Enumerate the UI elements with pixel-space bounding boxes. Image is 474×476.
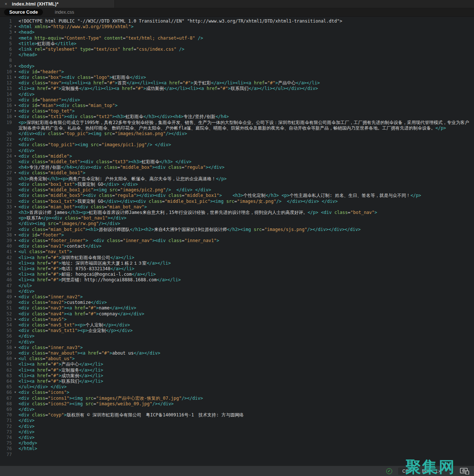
cursor-position[interactable]: 1:4 <box>435 469 441 474</box>
code-line[interactable]: 4<meta http-equiv="Content-Type" content… <box>0 36 474 41</box>
code-line[interactable]: 37<div class="mian_bot_pic"><h1>原创设计师团队<… <box>0 227 474 232</box>
insert-mode-toggle[interactable]: INS <box>422 469 429 474</box>
code-line[interactable]: 61<li><a href="#">产品中心</a></li> <box>0 362 474 367</box>
code-line[interactable]: 30<div class="middle_box1_pic"><img src=… <box>0 187 474 193</box>
fold-arrow-icon[interactable]: ▼ <box>12 64 19 69</box>
fold-arrow-icon[interactable]: ▼ <box>12 170 19 176</box>
fold-arrow-icon[interactable]: ▼ <box>12 103 19 108</box>
code-line[interactable]: 14</div> <box>0 92 474 97</box>
fold-arrow-icon[interactable]: ▼ <box>12 69 19 75</box>
code-line[interactable]: 75</body> <box>0 440 474 446</box>
code-line[interactable]: 71</div> <box>0 418 474 423</box>
code-line[interactable]: 34<h3>首席设计师 james</h3><p>虹彩雨伞首席设计师James来… <box>0 210 474 215</box>
fold-arrow-icon[interactable]: ▼ <box>12 249 19 255</box>
fold-arrow-icon[interactable]: ▼ <box>12 390 19 395</box>
code-line[interactable]: 43<li><a href="#">地址: 深圳市福田区南天大厦１栋２１３室</… <box>0 261 474 266</box>
fold-arrow-icon[interactable]: ▼ <box>12 114 19 120</box>
code-line[interactable]: 64<li><a href="#">联系我们</a></li> <box>0 379 474 384</box>
code-line[interactable]: 69</div> <box>0 407 474 412</box>
code-line[interactable]: 42<li><a href="#">深圳市虹彩雨伞有限公司</a></li> <box>0 255 474 261</box>
code-line[interactable]: 50<div class="nav2">customize</div> <box>0 300 474 305</box>
code-line[interactable]: 39▼<div class="footer_inner"> <div class… <box>0 238 474 244</box>
fold-arrow-icon[interactable]: ▼ <box>12 204 19 210</box>
code-line[interactable]: 26<h4>专注/坚持/创新</h4></div><div class="mid… <box>0 165 474 170</box>
code-line[interactable]: 68<div class="icons2"><img src="images/w… <box>0 401 474 407</box>
code-line[interactable]: 59<div class="nav_about"><a href="#">abo… <box>0 351 474 356</box>
code-line[interactable]: 9▼<body> <box>0 64 474 69</box>
lint-ok-icon[interactable]: ✓ <box>386 468 392 474</box>
code-line[interactable]: 77 <box>0 452 474 457</box>
code-line[interactable]: 3▼<head> <box>0 30 474 35</box>
code-line[interactable]: 25<div class="middle_tet"><div class="tx… <box>0 159 474 165</box>
code-line[interactable]: 7</head> <box>0 52 474 58</box>
code-line[interactable]: 60▼<ul class="about_us"> <box>0 356 474 362</box>
fold-arrow-icon[interactable]: ▼ <box>12 356 19 362</box>
code-line[interactable]: 35<p>联系TA</p><div class="bot_nav1"></div… <box>0 215 474 221</box>
code-line[interactable]: 29<div class="box1_txt">我要定制 GO</div> </… <box>0 182 474 187</box>
code-line[interactable]: 2▼<html xmlns="http://www.w3.org/1999/xh… <box>0 24 474 30</box>
code-line[interactable]: 70<div class="coyp">版权所有 © 深圳市虹彩雨伞有限公司 粤… <box>0 412 474 418</box>
fold-arrow-icon[interactable]: ▼ <box>12 294 19 300</box>
code-line[interactable]: 22<div class="top_pic1"><img src="images… <box>0 142 474 148</box>
code-line[interactable]: 54<div class="nav5_txt"><p>个人定制</p></div… <box>0 322 474 328</box>
code-line[interactable]: 23</div> <box>0 148 474 154</box>
file-tab[interactable]: × index.html (XHTML)* <box>0 0 115 8</box>
code-line[interactable]: 72</div> <box>0 424 474 429</box>
code-editor[interactable]: 1<!DOCTYPE html PUBLIC "-//W3C//DTD XHTM… <box>0 17 474 466</box>
fold-arrow-icon[interactable]: ▼ <box>12 238 19 244</box>
code-line[interactable]: 46<li><a href="#">阿里店铺: http://hongcai88… <box>0 277 474 283</box>
fold-arrow-icon[interactable]: ▼ <box>12 345 19 351</box>
fold-arrow-icon[interactable]: ▼ <box>12 317 19 322</box>
code-line[interactable]: 24▼<div class="middle"> <box>0 154 474 159</box>
tab-index-css[interactable]: index.css <box>55 10 74 15</box>
code-line[interactable]: 8 <box>0 58 474 63</box>
code-line[interactable]: 55<div class="nav5_txt1"><p>企业定制</p></di… <box>0 328 474 333</box>
code-line[interactable]: 19<p>深圳虹彩雨伞有限公司成立于1995年，具有22多年专业制伞经验，集雨伞… <box>0 120 474 131</box>
code-line[interactable]: 28<h3>商务定制</h3><p>商务广告伞定制: 户外太阳伞、帐篷伞、高尔夫… <box>0 176 474 182</box>
code-line[interactable]: 44<li><a href="#">电话: 0755-83321348</a><… <box>0 266 474 272</box>
code-line[interactable]: 27▼<div class="middle_box1"> <box>0 170 474 176</box>
code-line[interactable]: 62<li><a href="#">定制服务</a></li> <box>0 368 474 373</box>
code-line[interactable]: 6<link rel="stylesheet" type="text/css" … <box>0 47 474 52</box>
code-line[interactable]: 18▼<div class="txt1"><div class="txt2"><… <box>0 114 474 120</box>
code-line[interactable]: 20</div><div class="top_pic"><img src="i… <box>0 131 474 137</box>
live-preview-icon[interactable] <box>460 468 470 475</box>
code-line[interactable]: 11▼<div class="box"><div class="logo">虹彩… <box>0 75 474 80</box>
code-line[interactable]: 65</ul></div> </div> <box>0 384 474 390</box>
doc-type-label[interactable]: CSS <box>398 467 416 475</box>
fold-arrow-icon[interactable]: ▼ <box>12 30 19 35</box>
fold-arrow-icon[interactable]: ▼ <box>12 75 19 80</box>
code-line[interactable]: 33▼<div class="mian_bot"><div class="mia… <box>0 204 474 210</box>
code-line[interactable]: 57</div> <box>0 339 474 345</box>
code-line[interactable]: 67<div class="icons1"><img src="images/产… <box>0 396 474 401</box>
fold-arrow-icon[interactable]: ▼ <box>12 108 19 114</box>
code-line[interactable]: 53▼<div class="nav5"> <box>0 317 474 322</box>
code-line[interactable]: 66▼<div class="icons"> <box>0 390 474 395</box>
code-line[interactable]: 49▼<div class="inner_nav2"> <box>0 294 474 300</box>
code-line[interactable]: 17▼<div class="top_tet"> <box>0 108 474 114</box>
fold-arrow-icon[interactable]: ▼ <box>12 24 19 30</box>
fold-arrow-icon[interactable]: ▼ <box>12 232 19 238</box>
code-line[interactable]: 31<div class="middle_box5"><div class="r… <box>0 193 474 198</box>
code-line[interactable]: 5<title>虹彩雨伞</title> <box>0 41 474 47</box>
code-line[interactable]: 73</div> <box>0 429 474 435</box>
code-line[interactable]: 38▼<div id="footer"> <box>0 232 474 238</box>
code-line[interactable]: 74</div> <box>0 435 474 440</box>
code-line[interactable]: 10▼<div id="header"> <box>0 69 474 75</box>
code-line[interactable]: 58▼<div class="inner_nav3"> <box>0 345 474 351</box>
code-line[interactable]: 47</ul> <box>0 283 474 289</box>
code-line[interactable]: 76</html> <box>0 446 474 452</box>
code-line[interactable]: 48</div> <box>0 289 474 294</box>
code-line[interactable]: 15<div id="banner"></div> <box>0 97 474 103</box>
code-line[interactable]: 56</div> <box>0 333 474 339</box>
code-line[interactable]: 13<li><a href="#">定制服务</a></li><li><a hr… <box>0 86 474 91</box>
tab-source-code[interactable]: Source Code <box>4 9 43 16</box>
code-line[interactable]: 16▼<div id="mian"><div class="mian_top"> <box>0 103 474 108</box>
code-line[interactable]: 51<div class="nav3"><a href="#">name</a>… <box>0 305 474 311</box>
code-line[interactable]: 52<div class="nav4"><a href="#">compnay<… <box>0 311 474 317</box>
code-line[interactable]: 63<li><a href="#">成功案例</a></li> <box>0 373 474 379</box>
code-line[interactable]: 1<!DOCTYPE html PUBLIC "-//W3C//DTD XHTM… <box>0 19 474 24</box>
fold-arrow-icon[interactable]: ▼ <box>12 154 19 159</box>
code-line[interactable]: 12<div class="nav"><ul><li><a href="#">首… <box>0 80 474 86</box>
code-line[interactable]: 41▼<ul class="nav_txt"> <box>0 249 474 255</box>
